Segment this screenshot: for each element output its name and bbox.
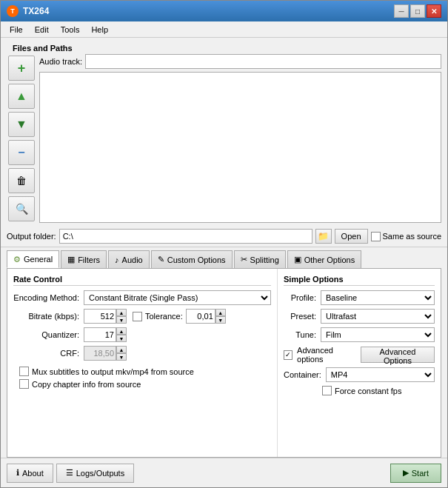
remove-button[interactable]: − (8, 140, 35, 165)
tab-custom[interactable]: ✎ Custom Options (151, 250, 233, 268)
tolerance-input[interactable] (186, 309, 215, 324)
delete-button[interactable]: 🗑 (8, 168, 35, 193)
tolerance-up-button[interactable]: ▲ (215, 309, 226, 316)
maximize-button[interactable]: □ (410, 4, 425, 18)
copy-chapter-row: Copy chapter info from source (13, 379, 271, 389)
title-bar: T TX264 ─ □ ✕ (1, 1, 447, 21)
move-down-button[interactable]: ▼ (8, 112, 35, 137)
quantizer-down-button[interactable]: ▼ (116, 335, 127, 342)
encoding-method-select[interactable]: Constant Bitrate (Single Pass) (84, 290, 271, 305)
preview-button[interactable]: 🔍 (8, 196, 35, 221)
mux-subtitles-row: Mux subtitles to output mkv/mp4 from sou… (13, 367, 271, 376)
quantizer-up-button[interactable]: ▲ (116, 327, 127, 335)
force-fps-label: Force constant fps (335, 387, 402, 395)
tab-other[interactable]: ▣ Other Options (287, 250, 361, 268)
output-folder-row: Output folder: 📁 Open Same as source (1, 226, 447, 247)
tab-filters[interactable]: ▦ Filters (61, 250, 107, 268)
same-as-source-checkbox[interactable] (371, 232, 381, 241)
container-row: Container: MP4 MKV AVI (284, 367, 435, 382)
tab-splitting[interactable]: ✂ Splitting (234, 250, 286, 268)
tab-audio[interactable]: ♪ Audio (108, 250, 150, 268)
file-list-area (39, 72, 441, 223)
files-panel: Files and Paths + ▲ ▼ − 🗑 (1, 38, 447, 226)
audio-track-combo-wrapper (85, 54, 441, 69)
start-button[interactable]: ▶ Start (390, 464, 441, 483)
quantizer-spin: ▲ ▼ (84, 327, 127, 342)
bitrate-label: Bitrate (kbps): (13, 312, 84, 321)
preset-select[interactable]: Ultrafast Superfast Veryfast Faster Fast… (321, 309, 435, 324)
close-button[interactable]: ✕ (427, 4, 441, 18)
advanced-options-button[interactable]: Advanced Options (361, 347, 435, 363)
bitrate-up-button[interactable]: ▲ (116, 309, 127, 316)
minus-icon: − (18, 146, 24, 159)
custom-icon: ✎ (158, 255, 164, 264)
quantizer-spin-buttons: ▲ ▼ (116, 327, 127, 342)
crf-label: CRF: (13, 349, 84, 358)
copy-chapter-checkbox[interactable] (19, 379, 29, 389)
move-up-button[interactable]: ▲ (8, 84, 35, 109)
tune-row: Tune: Film Animation Grain Stillimage (284, 327, 435, 342)
menu-edit[interactable]: Edit (29, 24, 55, 36)
audio-track-row: Audio track: (39, 54, 441, 69)
container-label: Container: (284, 370, 326, 379)
tab-general-label: General (24, 255, 53, 264)
tolerance-checkbox[interactable] (133, 312, 142, 321)
bitrate-input[interactable] (84, 309, 116, 324)
browse-folder-button[interactable]: 📁 (315, 229, 332, 244)
open-button[interactable]: Open (335, 229, 368, 244)
rate-control-title: Rate Control (13, 275, 271, 286)
crf-input[interactable] (84, 346, 116, 361)
same-as-source-label: Same as source (383, 232, 441, 241)
menu-file[interactable]: File (4, 24, 29, 36)
preset-row: Preset: Ultrafast Superfast Veryfast Fas… (284, 309, 435, 324)
split-icon: ✂ (241, 255, 247, 264)
tab-general[interactable]: ⚙ General (7, 250, 59, 268)
audio-icon: ♪ (115, 255, 119, 264)
about-button[interactable]: ℹ About (7, 464, 53, 483)
container-select[interactable]: MP4 MKV AVI (326, 367, 435, 382)
audio-track-label: Audio track: (39, 57, 82, 66)
tune-select[interactable]: Film Animation Grain Stillimage (321, 327, 435, 342)
encoding-method-label: Encoding Method: (13, 293, 84, 302)
audio-track-select[interactable] (85, 54, 441, 69)
encoding-method-row: Encoding Method: Constant Bitrate (Singl… (13, 290, 271, 305)
menu-help[interactable]: Help (85, 24, 114, 36)
quantizer-input[interactable] (84, 327, 116, 342)
tolerance-spin-buttons: ▲ ▼ (215, 309, 226, 324)
same-as-source-wrapper: Same as source (371, 232, 441, 241)
force-fps-row: Force constant fps (284, 386, 435, 395)
bitrate-down-button[interactable]: ▼ (116, 316, 127, 324)
file-content-col: Audio track: (39, 54, 441, 223)
bottom-left-buttons: ℹ About ☰ Logs/Outputs (7, 464, 134, 483)
trash-icon: 🗑 (16, 175, 27, 187)
tab-audio-label: Audio (122, 255, 143, 264)
mux-subtitles-label: Mux subtitles to output mkv/mp4 from sou… (32, 367, 194, 376)
logs-icon: ☰ (66, 468, 73, 478)
profile-label: Profile: (284, 293, 321, 302)
tolerance-down-button[interactable]: ▼ (215, 316, 226, 324)
window-title: TX264 (23, 6, 394, 16)
minimize-button[interactable]: ─ (394, 4, 409, 18)
logs-button[interactable]: ☰ Logs/Outputs (56, 464, 134, 483)
force-fps-checkbox[interactable] (322, 386, 332, 395)
bitrate-spin: ▲ ▼ (84, 309, 127, 324)
menu-bar: File Edit Tools Help (1, 21, 447, 38)
crf-row: CRF: ▲ ▼ (13, 346, 271, 361)
crf-up-button[interactable]: ▲ (116, 346, 127, 353)
app-icon: T (7, 5, 19, 17)
add-file-button[interactable]: + (8, 56, 35, 81)
advanced-options-checkbox[interactable]: ✓ (284, 350, 292, 360)
crf-down-button[interactable]: ▼ (116, 353, 127, 361)
menu-tools[interactable]: Tools (55, 24, 86, 36)
output-folder-input[interactable] (59, 229, 312, 244)
filter-icon: ▦ (67, 255, 75, 264)
gear-icon: ⚙ (13, 255, 21, 264)
profile-select[interactable]: Baseline Main High (321, 290, 435, 305)
mux-subtitles-checkbox[interactable] (19, 367, 29, 376)
profile-row: Profile: Baseline Main High (284, 290, 435, 305)
down-icon: ▼ (16, 118, 27, 131)
info-icon: ℹ (16, 468, 19, 478)
window-controls: ─ □ ✕ (394, 4, 441, 18)
copy-chapter-label: Copy chapter info from source (32, 380, 141, 389)
simple-options-title: Simple Options (284, 275, 435, 286)
